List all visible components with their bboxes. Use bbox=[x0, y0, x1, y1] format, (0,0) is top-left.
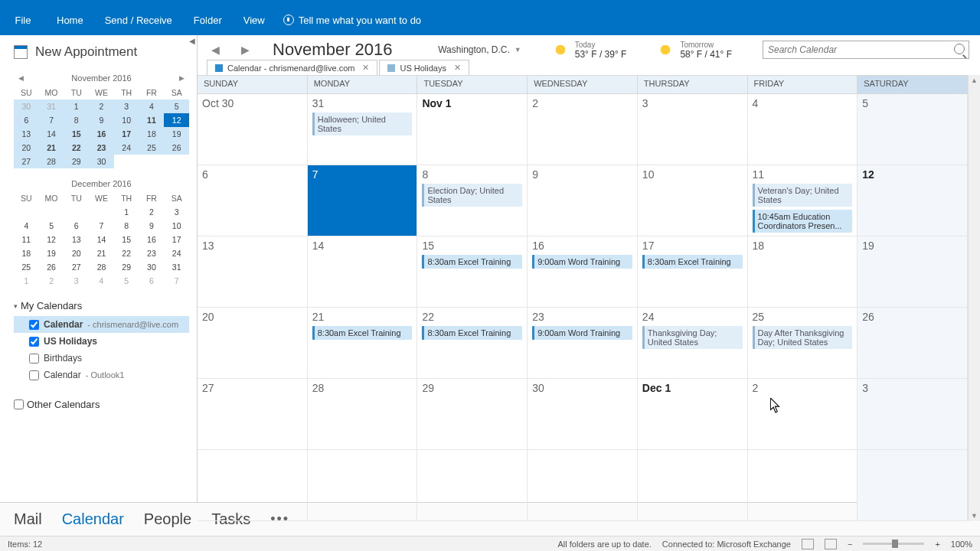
mini-day[interactable] bbox=[164, 155, 189, 168]
mini-day[interactable]: 28 bbox=[89, 260, 114, 274]
day-cell[interactable]: 3 bbox=[858, 379, 968, 450]
mini-day[interactable]: 27 bbox=[64, 260, 89, 274]
day-cell[interactable]: 30 bbox=[528, 379, 638, 450]
day-cell[interactable]: 9 bbox=[528, 165, 638, 236]
prev-period-icon[interactable]: ◀ bbox=[208, 44, 223, 56]
mini-day[interactable]: 17 bbox=[164, 233, 189, 246]
calendar-list-item[interactable]: Birthdays bbox=[14, 350, 189, 367]
day-cell[interactable]: 20 bbox=[198, 308, 308, 379]
mini-day[interactable]: 7 bbox=[39, 113, 64, 127]
mini-day[interactable]: 30 bbox=[139, 260, 165, 274]
mini-day[interactable]: 29 bbox=[64, 155, 89, 168]
collapse-icon[interactable]: ◀ bbox=[189, 37, 195, 45]
calendar-checkbox[interactable] bbox=[29, 354, 39, 364]
event-item[interactable]: 8:30am Excel Training bbox=[422, 255, 522, 269]
zoom-in-icon[interactable]: + bbox=[935, 540, 939, 549]
day-cell[interactable]: 3 bbox=[638, 94, 748, 165]
calendar-tab[interactable]: US Holidays✕ bbox=[379, 60, 469, 75]
search-icon[interactable] bbox=[954, 44, 965, 54]
mini-day[interactable]: 3 bbox=[114, 99, 139, 113]
day-cell[interactable]: 14 bbox=[308, 236, 418, 308]
mini-day[interactable]: 25 bbox=[139, 141, 165, 155]
day-cell[interactable]: 158:30am Excel Training bbox=[417, 236, 528, 308]
zoom-slider[interactable] bbox=[863, 543, 924, 545]
mini-day[interactable]: 1 bbox=[64, 99, 89, 113]
scroll-down-icon[interactable]: ▼ bbox=[969, 512, 980, 520]
day-cell[interactable] bbox=[528, 450, 638, 521]
view-normal-icon[interactable] bbox=[802, 539, 814, 549]
mini-day[interactable]: 31 bbox=[164, 260, 189, 274]
mini-day[interactable]: 15 bbox=[114, 233, 139, 246]
day-cell[interactable]: 6 bbox=[198, 165, 308, 236]
mini-day[interactable]: 24 bbox=[114, 141, 139, 155]
day-cell[interactable]: 29 bbox=[417, 379, 528, 450]
mini-day[interactable]: 19 bbox=[39, 246, 64, 260]
mini-day[interactable]: 15 bbox=[64, 127, 89, 141]
nav-people[interactable]: People bbox=[144, 510, 191, 528]
day-cell[interactable] bbox=[308, 450, 418, 521]
day-cell[interactable]: 239:00am Word Training bbox=[528, 308, 638, 379]
day-cell[interactable]: 4 bbox=[748, 94, 858, 165]
mini-day[interactable]: 28 bbox=[39, 155, 64, 168]
mini-day[interactable] bbox=[39, 205, 64, 219]
mini-day[interactable]: 30 bbox=[89, 155, 114, 168]
mini-day[interactable] bbox=[89, 205, 114, 219]
mini-day[interactable]: 1 bbox=[14, 274, 39, 288]
mini-day[interactable]: 3 bbox=[164, 205, 189, 219]
day-cell[interactable]: 31Halloween; United States bbox=[308, 94, 418, 165]
mini-day[interactable]: 12 bbox=[164, 113, 189, 127]
mini-day[interactable]: 14 bbox=[39, 127, 64, 141]
day-cell[interactable]: Dec 1 bbox=[638, 379, 748, 450]
other-calendars-checkbox[interactable] bbox=[14, 399, 24, 409]
mini-day[interactable]: 31 bbox=[39, 99, 64, 113]
day-cell[interactable]: 10 bbox=[638, 165, 748, 236]
location-picker[interactable]: Washington, D.C. ▼ bbox=[438, 44, 521, 55]
day-cell[interactable]: 25Day After Thanksgiving Day; United Sta… bbox=[748, 308, 858, 379]
mini-day[interactable]: 2 bbox=[39, 274, 64, 288]
day-cell[interactable]: 5 bbox=[858, 94, 968, 165]
day-cell[interactable]: 26 bbox=[858, 308, 968, 379]
mini-day[interactable]: 4 bbox=[89, 274, 114, 288]
mini-day[interactable]: 4 bbox=[14, 219, 39, 233]
mini-day[interactable]: 18 bbox=[14, 246, 39, 260]
day-cell[interactable]: 228:30am Excel Training bbox=[417, 308, 528, 379]
calendar-tab[interactable]: Calendar - chrismenard@live.com✕ bbox=[207, 60, 377, 75]
mini-day[interactable]: 3 bbox=[64, 274, 89, 288]
mini-day[interactable]: 5 bbox=[39, 219, 64, 233]
zoom-out-icon[interactable]: − bbox=[848, 540, 852, 549]
ribbon-tab[interactable]: Home bbox=[46, 5, 94, 35]
file-tab[interactable]: File bbox=[0, 5, 46, 35]
mini-day[interactable]: 9 bbox=[89, 113, 114, 127]
mini-day[interactable]: 4 bbox=[139, 99, 165, 113]
mini-day[interactable]: 8 bbox=[114, 219, 139, 233]
tell-me[interactable]: Tell me what you want to do bbox=[283, 15, 421, 26]
mini-day[interactable]: 23 bbox=[89, 141, 114, 155]
mini-day[interactable]: 13 bbox=[14, 127, 39, 141]
mini-day[interactable]: 30 bbox=[14, 99, 39, 113]
mini-day[interactable]: 16 bbox=[89, 127, 114, 141]
mini-day[interactable]: 9 bbox=[139, 219, 165, 233]
mini-day[interactable]: 26 bbox=[39, 260, 64, 274]
event-item[interactable]: 8:30am Excel Training bbox=[642, 255, 743, 269]
mini-day[interactable] bbox=[64, 205, 89, 219]
mini-day[interactable]: 6 bbox=[14, 113, 39, 127]
event-item[interactable]: Election Day; United States bbox=[422, 184, 522, 207]
mini-day[interactable]: 20 bbox=[14, 141, 39, 155]
mini-day[interactable]: 29 bbox=[114, 260, 139, 274]
next-month-icon[interactable]: ▶ bbox=[179, 74, 185, 82]
calendar-list-item[interactable]: Calendar - Outlook1 bbox=[14, 367, 189, 383]
mini-day[interactable]: 7 bbox=[164, 274, 189, 288]
mini-day[interactable]: 20 bbox=[64, 246, 89, 260]
mini-day[interactable]: 23 bbox=[139, 246, 165, 260]
day-cell[interactable]: 2 bbox=[528, 94, 638, 165]
mini-day[interactable]: 14 bbox=[89, 233, 114, 246]
day-cell[interactable] bbox=[638, 450, 748, 521]
day-cell[interactable] bbox=[198, 450, 308, 521]
mini-day[interactable]: 10 bbox=[164, 219, 189, 233]
search-input[interactable] bbox=[763, 41, 969, 59]
mini-day[interactable]: 22 bbox=[114, 246, 139, 260]
day-cell[interactable] bbox=[417, 450, 528, 521]
day-cell[interactable]: 19 bbox=[858, 236, 968, 308]
view-reading-icon[interactable] bbox=[825, 539, 837, 549]
mini-day[interactable]: 8 bbox=[64, 113, 89, 127]
